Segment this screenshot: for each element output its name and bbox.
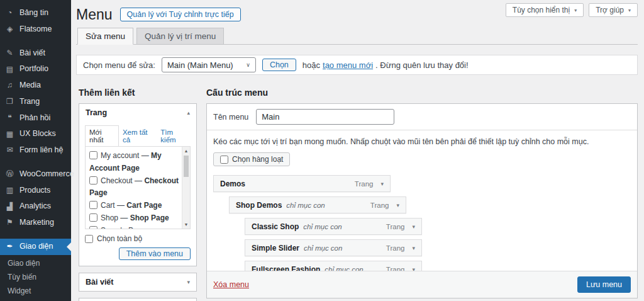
- caret-down-icon[interactable]: ▾: [412, 224, 415, 230]
- menu-item-type-label: Trang: [386, 266, 405, 271]
- sidebar-item-label: Phản hồi: [19, 114, 50, 123]
- menu-name-label: Tên menu: [213, 113, 248, 122]
- menu-item-title: Simple Slider: [252, 244, 299, 253]
- submenu-item-menus[interactable]: Menu: [0, 298, 71, 301]
- posts-accordion-title: Bài viết: [86, 278, 113, 287]
- sidebar-item-contact-form[interactable]: ✉ Form liên hệ: [0, 142, 71, 159]
- select-menu-button[interactable]: Chọn: [262, 59, 296, 71]
- menu-panel-footer: Xóa menu Lưu menu: [207, 271, 637, 298]
- custom-links-accordion-header[interactable]: Liên kết tự tạo ▾: [79, 298, 196, 301]
- sidebar-item-marketing[interactable]: ⚑ Marketing: [0, 215, 71, 231]
- bulk-select-toggle[interactable]: Chọn hàng loạt: [213, 152, 290, 166]
- page-label: Shop —: [101, 213, 130, 222]
- select-all-row[interactable]: Chọn toàn bộ: [85, 234, 191, 243]
- sidebar-item-label: Flatsome: [19, 25, 52, 34]
- scrollbar-thumb[interactable]: [184, 156, 189, 177]
- page-checkbox-item[interactable]: Sample Page: [89, 225, 180, 229]
- page-checkbox[interactable]: [89, 201, 97, 209]
- scroll-up-icon[interactable]: ▲: [182, 147, 190, 155]
- sidebar-item-woocommerce[interactable]: Ⓦ WooCommerce: [0, 166, 71, 183]
- admin-sidebar: ◔ Bảng tin ◈ Flatsome ✎ Bài viết ▤ Portf…: [0, 0, 71, 301]
- sidebar-item-analytics[interactable]: ▟ Analytics: [0, 198, 71, 215]
- tab-view-all[interactable]: Xem tất cả: [119, 126, 157, 146]
- menu-item-classic-shop[interactable]: Classic Shop chỉ mục con Trang ▾: [245, 218, 422, 235]
- menu-item-demos[interactable]: Demos Trang ▾: [213, 175, 391, 192]
- page-checkbox-item[interactable]: My account — My Account Page: [89, 150, 180, 175]
- add-to-menu-button[interactable]: Thêm vào menu: [119, 247, 191, 260]
- page-checkbox[interactable]: [89, 151, 97, 159]
- caret-up-icon: ▴: [187, 110, 190, 116]
- bulk-select-checkbox[interactable]: [220, 156, 228, 164]
- submenu-item-customize[interactable]: Tùy biến: [0, 270, 71, 284]
- sidebar-item-posts[interactable]: ✎ Bài viết: [0, 45, 71, 62]
- caret-down-icon[interactable]: ▾: [412, 266, 415, 271]
- save-reminder-text: . Đừng quên lưu thay đổi!: [375, 60, 469, 70]
- page-checkbox-item[interactable]: Checkout — Checkout Page: [89, 175, 180, 200]
- appearance-brush-icon: ✒: [5, 242, 14, 251]
- sidebar-item-label: Products: [19, 186, 50, 195]
- menu-item-fullscreen-fashion[interactable]: Fullscreen Fashion chỉ mục con Trang ▾: [245, 261, 422, 271]
- pages-accordion-body: Mới nhất Xem tất cả Tìm kiếm My account …: [79, 125, 196, 266]
- sub-item-label: chỉ mục con: [325, 266, 363, 271]
- menu-structure-heading: Cấu trúc menu: [206, 88, 638, 98]
- list-scrollbar[interactable]: ▲ ▼: [182, 147, 190, 229]
- caret-down-icon[interactable]: ▾: [380, 181, 384, 187]
- tab-most-recent[interactable]: Mới nhất: [85, 125, 119, 147]
- menu-select-value: Main (Main Menu): [167, 60, 233, 70]
- sidebar-item-media[interactable]: ♫ Media: [0, 77, 71, 94]
- sidebar-item-portfolio[interactable]: ▤ Portfolio: [0, 61, 71, 77]
- tab-edit-menus[interactable]: Sửa menu: [77, 28, 133, 45]
- tab-search[interactable]: Tìm kiếm: [157, 126, 191, 146]
- create-new-menu-link[interactable]: tạo menu mới: [323, 60, 373, 70]
- nav-tabs: Sửa menu Quản lý vị trí menu: [76, 28, 638, 45]
- menu-name-input[interactable]: [256, 109, 394, 125]
- screen-options-button[interactable]: Tùy chọn hiển thị ▾: [506, 3, 584, 17]
- page-checkbox[interactable]: [89, 226, 97, 229]
- custom-links-accordion: Liên kết tự tạo ▾: [79, 298, 197, 301]
- tab-manage-locations[interactable]: Quản lý vị trí menu: [136, 28, 224, 45]
- scroll-down-icon[interactable]: ▼: [182, 220, 190, 229]
- page-checkbox[interactable]: [89, 213, 97, 222]
- select-all-label: Chọn toàn bộ: [97, 234, 142, 243]
- page-label: My account —: [101, 151, 151, 160]
- media-note-icon: ♫: [5, 81, 14, 89]
- sidebar-item-appearance[interactable]: ✒ Giao diện: [0, 239, 71, 255]
- sidebar-item-ux-blocks[interactable]: ▦ UX Blocks: [0, 126, 71, 142]
- sidebar-item-pages[interactable]: ❐ Trang: [0, 94, 71, 110]
- menu-item-simple-slider[interactable]: Simple Slider chỉ mục con Trang ▾: [245, 239, 422, 256]
- sidebar-item-products[interactable]: ▥ Products: [0, 183, 71, 199]
- page-checkbox-item[interactable]: Cart — Cart Page: [89, 200, 180, 212]
- help-button[interactable]: Trợ giúp ▾: [589, 3, 638, 17]
- submenu-item-widgets[interactable]: Widget: [0, 284, 71, 298]
- caret-down-icon: ▾: [187, 279, 190, 285]
- posts-accordion-header[interactable]: Bài viết ▾: [79, 273, 196, 291]
- page-checkbox[interactable]: [89, 176, 97, 185]
- select-all-checkbox[interactable]: [85, 235, 93, 243]
- menu-item-shop-demos[interactable]: Shop Demos chỉ mục con Trang ▾: [229, 196, 406, 213]
- page-title: Menu: [76, 6, 113, 23]
- sidebar-item-flatsome[interactable]: ◈ Flatsome: [0, 21, 71, 38]
- menu-item-type-label: Trang: [386, 223, 405, 230]
- sidebar-item-dashboard[interactable]: ◔ Bảng tin: [0, 5, 71, 21]
- caret-down-icon[interactable]: ▾: [396, 202, 399, 208]
- page-checkbox-item[interactable]: Shop — Shop Page: [89, 212, 180, 225]
- sidebar-item-label: Trang: [19, 98, 40, 106]
- posts-pin-icon: ✎: [5, 49, 14, 57]
- page-label: Cart —: [101, 201, 126, 210]
- portfolio-folder-icon: ▤: [5, 65, 14, 74]
- main-content: Tùy chọn hiển thị ▾ Trợ giúp ▾ Menu Quản…: [71, 0, 644, 301]
- menu-structure-column: Cấu trúc menu Tên menu Kéo các mục tới v…: [206, 88, 638, 298]
- menu-name-row: Tên menu: [207, 104, 637, 130]
- save-menu-button[interactable]: Lưu menu: [577, 276, 631, 293]
- submenu-item-themes[interactable]: Giao diện: [0, 256, 71, 270]
- flatsome-logo-icon: ◈: [5, 25, 14, 33]
- create-menu-text: hoặc tạo menu mới . Đừng quên lưu thay đ…: [303, 60, 469, 70]
- manage-with-customizer-button[interactable]: Quản lý với Tuỳ chỉnh trực tiếp: [120, 8, 241, 21]
- caret-down-icon[interactable]: ▾: [412, 245, 415, 251]
- delete-menu-link[interactable]: Xóa menu: [213, 280, 249, 289]
- sidebar-item-comments[interactable]: ❝ Phản hồi: [0, 110, 71, 127]
- pages-accordion-header[interactable]: Trang ▴: [79, 104, 196, 122]
- menu-select[interactable]: Main (Main Menu) ∨: [162, 57, 256, 72]
- screen-meta: Tùy chọn hiển thị ▾ Trợ giúp ▾: [506, 3, 638, 17]
- menu-select-bar: Chọn menu để sửa: Main (Main Menu) ∨ Chọ…: [76, 55, 638, 75]
